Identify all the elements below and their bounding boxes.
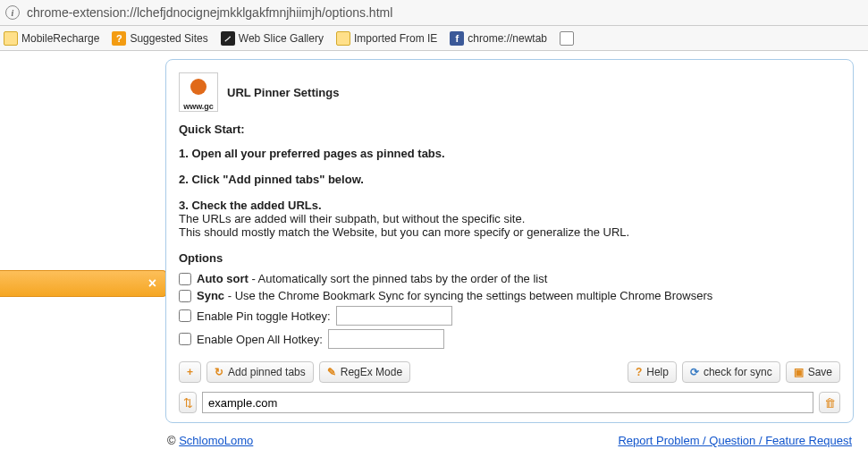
pin-hotkey-label: Enable Pin toggle Hotkey: — [197, 309, 331, 323]
options-heading: Options — [179, 251, 840, 265]
bookmarks-bar: MobileRecharge ? Suggested Sites ⟋ Web S… — [0, 26, 868, 51]
url-entry-row: ⇅ 🗑 — [179, 392, 840, 413]
save-icon: ▣ — [794, 366, 804, 378]
url-input[interactable] — [202, 392, 813, 413]
autosort-checkbox[interactable] — [179, 273, 191, 285]
bookmark-label: MobileRecharge — [21, 32, 99, 45]
toolbar: + ↻Add pinned tabs ✎RegEx Mode ?Help ⟳ch… — [179, 361, 840, 383]
autosort-label: Auto sort - Automatically sort the pinne… — [197, 272, 547, 285]
bookmark-web-slice[interactable]: ⟋ Web Slice Gallery — [221, 31, 324, 46]
quick-start-step3: 3. Check the added URLs. — [179, 199, 840, 212]
author-link[interactable]: SchlomoLomo — [179, 434, 253, 447]
add-button[interactable]: + — [179, 361, 201, 383]
info-icon[interactable]: i — [5, 5, 20, 20]
bookmark-newtab[interactable]: f chrome://newtab — [450, 31, 547, 46]
site-icon: ? — [112, 31, 126, 46]
plus-icon: + — [187, 366, 193, 378]
option-autosort-row: Auto sort - Automatically sort the pinne… — [179, 272, 840, 285]
drag-icon: ⇅ — [183, 396, 193, 410]
openall-hotkey-checkbox[interactable] — [179, 333, 191, 345]
regex-icon: ✎ — [327, 366, 336, 378]
delete-url-button[interactable]: 🗑 — [819, 392, 840, 413]
option-openall-hotkey-row: Enable Open All Hotkey: — [179, 329, 840, 349]
bookmark-blank[interactable] — [560, 31, 574, 46]
help-button[interactable]: ?Help — [628, 361, 677, 383]
bookmark-label: Suggested Sites — [130, 32, 207, 45]
app-logo: www.gc — [179, 72, 218, 112]
sync-checkbox[interactable] — [179, 290, 191, 302]
regex-mode-button[interactable]: ✎RegEx Mode — [319, 361, 410, 383]
folder-icon — [4, 31, 18, 46]
bookmark-label: Imported From IE — [354, 32, 437, 45]
site-icon: ⟋ — [221, 31, 235, 46]
option-pin-hotkey-row: Enable Pin toggle Hotkey: — [179, 306, 840, 326]
add-pinned-tabs-button[interactable]: ↻Add pinned tabs — [206, 361, 314, 383]
check-sync-button[interactable]: ⟳check for sync — [682, 361, 780, 383]
sync-label: Sync - Use the Chrome Bookmark Sync for … — [197, 289, 712, 302]
save-button[interactable]: ▣Save — [786, 361, 840, 383]
openall-hotkey-input[interactable] — [328, 329, 444, 349]
folder-icon — [336, 31, 350, 46]
logo-text: www.gc — [183, 102, 214, 111]
report-problem-link[interactable]: Report Problem / Question / Feature Requ… — [618, 434, 852, 447]
footer: © SchlomoLomo Report Problem / Question … — [165, 434, 854, 447]
pin-hotkey-checkbox[interactable] — [179, 309, 191, 322]
site-icon: f — [450, 31, 464, 46]
sync-icon: ⟳ — [690, 366, 699, 378]
quick-start-step1: 1. Open all your preferred pages as pinn… — [179, 147, 445, 160]
address-url[interactable]: chrome-extension://lchefjdnocignejmkklga… — [27, 5, 863, 20]
close-icon[interactable]: × — [148, 275, 156, 292]
copyright: © SchlomoLomo — [167, 434, 253, 447]
drag-handle[interactable]: ⇅ — [179, 392, 197, 413]
bookmark-imported-ie[interactable]: Imported From IE — [336, 31, 437, 46]
bookmark-label: chrome://newtab — [468, 32, 547, 45]
pin-hotkey-input[interactable] — [336, 306, 452, 326]
page-title: URL Pinner Settings — [227, 86, 339, 99]
panel-header: www.gc URL Pinner Settings — [179, 72, 840, 112]
pin-icon — [190, 79, 206, 95]
refresh-icon: ↻ — [215, 366, 223, 378]
option-sync-row: Sync - Use the Chrome Bookmark Sync for … — [179, 289, 840, 302]
quick-start-step3a: The URLs are added will their subpath, b… — [179, 212, 840, 225]
side-notification-tab[interactable]: × — [0, 270, 166, 297]
trash-icon: 🗑 — [824, 396, 836, 410]
openall-hotkey-label: Enable Open All Hotkey: — [197, 333, 323, 346]
bookmark-suggested-sites[interactable]: ? Suggested Sites — [112, 31, 207, 46]
document-icon — [560, 31, 574, 46]
quick-start-step2: 2. Click "Add pinned tabs" below. — [179, 173, 364, 186]
bookmark-label: Web Slice Gallery — [239, 32, 324, 45]
settings-panel: www.gc URL Pinner Settings Quick Start: … — [165, 59, 854, 423]
quick-start-step3b: This should mostly match the Website, bu… — [179, 225, 840, 239]
help-icon: ? — [636, 366, 642, 378]
quick-start-heading: Quick Start: — [179, 123, 840, 136]
bookmark-mobile-recharge[interactable]: MobileRecharge — [4, 31, 99, 46]
address-bar: i chrome-extension://lchefjdnocignejmkkl… — [0, 0, 868, 26]
